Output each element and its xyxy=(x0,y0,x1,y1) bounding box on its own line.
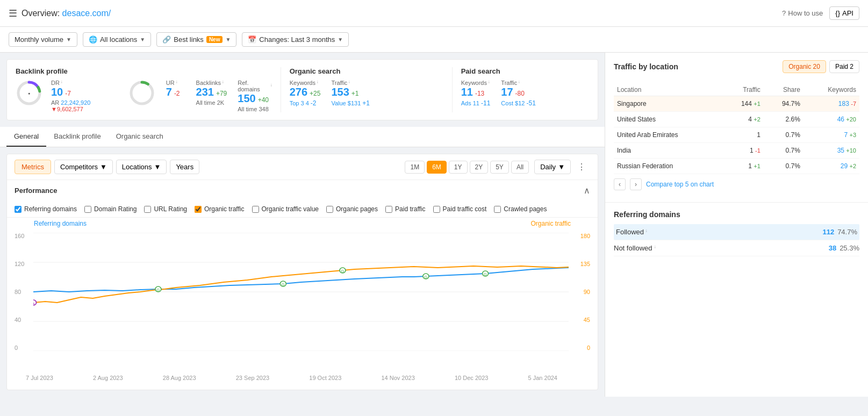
svg-text:G: G xyxy=(484,272,487,277)
backlinks-value: 231 xyxy=(196,86,214,98)
monthly-volume-filter[interactable]: Monthly volume ▼ xyxy=(9,32,77,47)
paid-traffic-check[interactable]: Paid traffic xyxy=(385,205,425,213)
os-keywords-stat: Keywords ⁱ 276 +25 Top 3 4 -2 xyxy=(290,80,321,107)
line-chart: a G G G G xyxy=(33,233,569,351)
time-1y[interactable]: 1Y xyxy=(449,161,468,174)
right-panel: Traffic by location Organic 20 Paid 2 Lo… xyxy=(605,53,868,397)
organic-tab[interactable]: Organic 20 xyxy=(783,60,826,73)
nav-right: ? How to use {} API xyxy=(782,6,859,20)
more-options-icon[interactable]: ⋮ xyxy=(573,160,590,174)
time-all[interactable]: All xyxy=(511,161,529,174)
info-icon[interactable]: ⁱ xyxy=(646,229,647,235)
svg-text:G: G xyxy=(341,269,344,274)
not-followed-row: Not followed ⁱ 38 25.3% xyxy=(614,240,859,256)
traffic-cell: 1 -1 xyxy=(722,143,764,159)
location-name: United Arab Emirates xyxy=(614,127,722,143)
compare-top5-link[interactable]: Compare top 5 on chart xyxy=(646,181,714,188)
prev-page-button[interactable]: ‹ xyxy=(614,178,626,190)
how-to-use-link[interactable]: ? How to use xyxy=(782,9,823,17)
backlinks-stat: Backlinks ⁱ 231 +79 All time 2K xyxy=(196,80,227,106)
url-rating-check[interactable]: URL Rating xyxy=(144,205,187,213)
info-icon[interactable]: ⁱ xyxy=(655,245,656,251)
best-links-filter[interactable]: 🔗 Best links New ▼ xyxy=(156,32,236,47)
info-icon[interactable]: ⁱ xyxy=(61,80,62,86)
locations-button[interactable]: Locations ▼ xyxy=(116,160,167,174)
chart-legend-orange: Organic traffic xyxy=(531,220,571,227)
time-6m[interactable]: 6M xyxy=(427,161,447,174)
tab-backlink-profile[interactable]: Backlink profile xyxy=(46,127,108,147)
hamburger-icon[interactable]: ☰ xyxy=(9,8,17,19)
crawled-pages-check[interactable]: Crawled pages xyxy=(494,205,547,213)
ar-row: AR 22,242,920 ▼9,602,577 xyxy=(51,99,118,112)
col-keywords: Keywords xyxy=(804,84,859,96)
all-locations-filter[interactable]: 🌐 All locations ▼ xyxy=(83,32,151,47)
competitors-button[interactable]: Competitors ▼ xyxy=(54,160,113,174)
tab-general[interactable]: General xyxy=(6,127,46,147)
changes-filter[interactable]: 📅 Changes: Last 3 months ▼ xyxy=(242,32,349,47)
api-button[interactable]: {} API xyxy=(829,6,859,20)
domain-rating-check[interactable]: Domain Rating xyxy=(84,205,137,213)
calendar-icon: 📅 xyxy=(248,35,256,44)
location-name: Singapore xyxy=(614,96,722,112)
ur-delta: -2 xyxy=(174,90,180,97)
x-axis: 7 Jul 2023 2 Aug 2023 28 Aug 2023 23 Sep… xyxy=(7,372,576,381)
ur-value: 7 xyxy=(166,86,172,98)
os-traffic-stat: Traffic ⁱ 153 +1 Value $131 +1 xyxy=(331,80,370,107)
time-1m[interactable]: 1M xyxy=(405,161,425,174)
info-icon[interactable]: ⁱ xyxy=(489,80,490,86)
metrics-button[interactable]: Metrics xyxy=(15,160,51,174)
ur-stat: UR ⁱ 7 -2 xyxy=(166,80,180,98)
new-badge: New xyxy=(206,36,223,43)
chart-svg-container: a G G G G xyxy=(33,233,569,351)
col-location: Location xyxy=(614,84,722,96)
col-share: Share xyxy=(764,84,804,96)
info-icon[interactable]: ⁱ xyxy=(317,80,318,86)
ps-traffic-delta: -80 xyxy=(515,90,525,97)
domain-link[interactable]: desace.com/ xyxy=(62,9,111,18)
location-table-header: Location Traffic Share Keywords xyxy=(614,84,859,96)
chevron-down-icon: ▼ xyxy=(140,37,145,42)
backlink-profile-title: Backlink profile xyxy=(16,67,272,75)
followed-label: Followed ⁱ xyxy=(616,228,647,236)
os-traffic-value: 153 xyxy=(331,86,349,98)
traffic-cell: 1 +1 xyxy=(722,159,764,174)
info-icon[interactable]: ⁱ xyxy=(271,83,272,89)
years-button[interactable]: Years xyxy=(170,160,199,174)
all-locations-label: All locations xyxy=(100,35,137,44)
ps-traffic-value: 17 xyxy=(501,86,513,98)
info-icon[interactable]: ⁱ xyxy=(223,80,224,86)
organic-traffic-check[interactable]: Organic traffic xyxy=(195,205,244,213)
collapse-button[interactable]: ∧ xyxy=(584,185,590,196)
daily-button[interactable]: Daily ▼ xyxy=(534,160,571,174)
dr-stat: DR ⁱ 10 -7 AR 22,242,920 ▼9,602,577 xyxy=(51,80,118,112)
years-label: Years xyxy=(176,163,193,171)
competitors-label: Competitors xyxy=(60,163,98,171)
info-icon[interactable]: ⁱ xyxy=(176,80,177,86)
chevron-down-icon: ▼ xyxy=(558,163,565,171)
globe-icon: 🌐 xyxy=(89,35,97,44)
ar-value: 22,242,920 xyxy=(61,99,90,106)
title-text: Overview: xyxy=(21,9,60,18)
time-5y[interactable]: 5Y xyxy=(490,161,509,174)
svg-text:G: G xyxy=(424,275,427,279)
info-icon[interactable]: ⁱ xyxy=(349,80,350,86)
chart-section: Metrics Competitors ▼ Locations ▼ Years … xyxy=(6,154,598,390)
col-traffic: Traffic xyxy=(722,84,764,96)
tab-organic-search[interactable]: Organic search xyxy=(109,127,171,147)
location-name: United States xyxy=(614,112,722,127)
metrics-row: Referring domains Domain Rating URL Rati… xyxy=(7,201,598,218)
code-icon: {} xyxy=(835,9,840,17)
table-row: United States 4 +2 2.6% 46 +20 xyxy=(614,112,859,127)
organic-traffic-value-check[interactable]: Organic traffic value xyxy=(252,205,319,213)
paid-tab[interactable]: Paid 2 xyxy=(829,60,859,73)
backlinks-delta: +79 xyxy=(216,90,227,97)
paid-traffic-cost-check[interactable]: Paid traffic cost xyxy=(433,205,487,213)
time-2y[interactable]: 2Y xyxy=(470,161,489,174)
monthly-volume-label: Monthly volume xyxy=(15,35,63,44)
info-icon[interactable]: ⁱ xyxy=(519,80,520,86)
not-followed-label: Not followed ⁱ xyxy=(614,244,656,252)
referring-domains-check[interactable]: Referring domains xyxy=(15,205,77,213)
organic-pages-check[interactable]: Organic pages xyxy=(326,205,378,213)
ref-domains-alltime: All time 348 xyxy=(238,106,271,112)
next-page-button[interactable]: › xyxy=(630,178,642,190)
